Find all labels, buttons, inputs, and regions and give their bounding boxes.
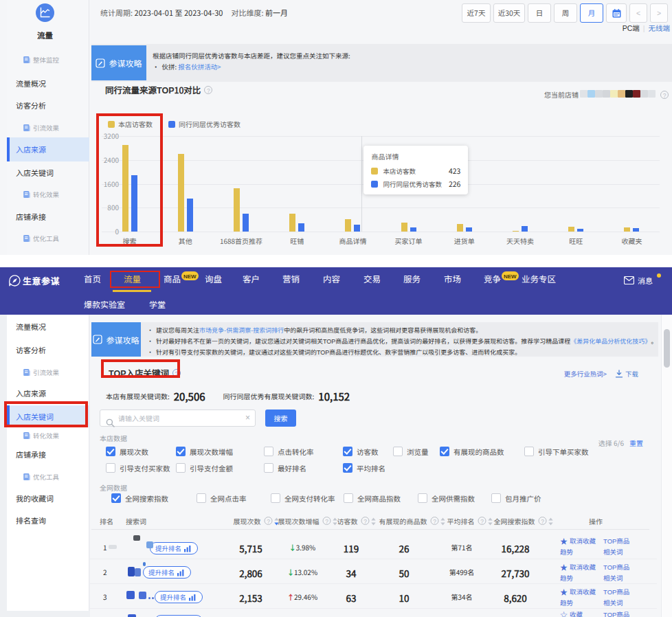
trend-link[interactable]: 趋势	[560, 572, 573, 583]
checkbox-icon[interactable]	[491, 493, 501, 503]
bar-store[interactable]	[178, 154, 184, 232]
sidebar-item[interactable]: 访客分析	[7, 94, 89, 116]
legend-label-peer[interactable]: 同行同层优秀访客数	[179, 119, 240, 129]
sidebar-item[interactable]: 流量概况	[7, 72, 89, 94]
nav-item[interactable]: 流量	[124, 273, 141, 284]
sidebar-item[interactable]: 访客分析	[7, 339, 89, 361]
scrollbar-thumb[interactable]	[664, 329, 670, 368]
scrollbar-track[interactable]	[661, 315, 672, 617]
brand-name[interactable]: 生意参谋	[23, 274, 60, 287]
bar-store[interactable]	[401, 223, 407, 232]
col-products[interactable]: 有展现的商品数?	[379, 516, 446, 526]
tip-inline-link[interactable]: 市场竞争-供需洞察-搜索词排行	[199, 326, 284, 335]
signup-activity-link[interactable]: 报名伙拼活动>	[178, 62, 221, 71]
nav-item[interactable]: 内容	[323, 273, 340, 284]
checkbox-icon[interactable]	[264, 463, 273, 473]
range-button[interactable]: 近7天	[462, 3, 491, 23]
bar-store[interactable]	[345, 219, 351, 232]
nav-item[interactable]: 服务	[403, 273, 421, 284]
related-words-link[interactable]: 相关词	[603, 572, 623, 583]
bar-peer[interactable]	[298, 223, 304, 232]
col-search_index[interactable]: 全网搜索指数?	[494, 516, 554, 526]
range-button[interactable]: 周	[554, 3, 577, 23]
top-products-link[interactable]: TOP商品	[603, 586, 629, 597]
bar-peer[interactable]	[466, 227, 472, 232]
nav-item[interactable]: 客户	[243, 273, 260, 284]
top-products-link[interactable]: TOP商品	[603, 609, 629, 617]
sidebar-item[interactable]: 店铺承接	[7, 443, 89, 465]
bar-store[interactable]	[234, 188, 240, 232]
favorite-link[interactable]: 取消收藏	[570, 561, 596, 572]
filter-checkbox[interactable]: 展现次数增幅	[176, 446, 233, 457]
filter-checkbox[interactable]: 浏览量	[393, 446, 429, 457]
checkbox-icon[interactable]	[197, 493, 206, 503]
calendar-button[interactable]	[606, 3, 627, 23]
boost-rank-pill[interactable]: 提升排名	[143, 566, 191, 579]
star-icon[interactable]: ★	[560, 586, 568, 597]
col-impression_growth[interactable]: 展现次数增幅?	[278, 516, 338, 526]
bar-store[interactable]	[568, 227, 574, 232]
checkbox-icon[interactable]	[176, 447, 186, 456]
checkbox-icon[interactable]	[343, 447, 352, 456]
checkbox-icon[interactable]	[176, 463, 186, 473]
checkbox-icon[interactable]	[271, 493, 280, 503]
filter-checkbox[interactable]: 全网点击率	[197, 493, 247, 504]
bar-peer[interactable]	[577, 229, 583, 232]
trend-link[interactable]: 趋势	[560, 597, 573, 608]
prev-period-button[interactable]: <	[629, 3, 647, 23]
filter-checkbox[interactable]: 全网商品指数	[344, 493, 401, 504]
legend-swatch-peer[interactable]	[168, 121, 175, 128]
star-icon[interactable]: ★	[560, 535, 568, 546]
sort-icon[interactable]	[548, 517, 554, 526]
filter-checkbox[interactable]: 展现次数	[106, 446, 148, 457]
col-impressions[interactable]: 展现次数?	[234, 516, 280, 526]
sycm-logo[interactable]	[9, 273, 21, 285]
checkbox-icon[interactable]	[440, 447, 449, 456]
checkbox-icon[interactable]	[393, 447, 403, 456]
sidebar-item[interactable]: 入店来源	[7, 382, 89, 404]
sort-icon[interactable]	[440, 517, 446, 526]
nav-item[interactable]: 交易	[363, 273, 381, 284]
sidebar-item[interactable]: 优化工具	[7, 466, 89, 488]
bar-store[interactable]	[122, 145, 128, 232]
sidebar-item[interactable]: 入店来源	[7, 137, 89, 161]
favorite-link[interactable]: 取消收藏	[570, 535, 596, 546]
filter-checkbox[interactable]: 包月推广价	[491, 493, 541, 504]
clear-input-icon[interactable]: ×	[245, 413, 250, 423]
boost-rank-pill[interactable]: 提升排名	[155, 591, 203, 603]
filter-checkbox[interactable]: 全网供需指数	[418, 493, 475, 504]
checkbox-icon[interactable]	[418, 493, 427, 503]
bar-store[interactable]	[457, 224, 463, 232]
col-avg_rank[interactable]: 平均排名?	[447, 516, 493, 526]
boost-rank-pill[interactable]: 提升排名	[150, 542, 198, 554]
sidebar-item[interactable]: 引流效果	[7, 361, 89, 383]
checkbox-icon[interactable]	[111, 493, 121, 503]
sidebar-item[interactable]: 整体监控	[7, 49, 89, 71]
nav-item[interactable]: 营销	[282, 273, 300, 284]
messages-entry[interactable]: 消息	[624, 275, 653, 286]
star-icon[interactable]: ☆	[560, 609, 568, 617]
favorite-link[interactable]: 取消收藏	[570, 586, 596, 597]
sidebar-item[interactable]: 转化效果	[7, 183, 89, 205]
search-button[interactable]: 搜索	[265, 410, 296, 427]
checkbox-icon[interactable]	[264, 447, 273, 456]
table-row[interactable]: 1提升排名5,715↓3.98%11926第71名16,228★取消收藏趋势TO…	[90, 529, 657, 559]
bar-peer[interactable]	[633, 228, 639, 232]
checkbox-icon[interactable]	[106, 447, 115, 456]
bar-store[interactable]	[624, 227, 630, 232]
related-words-link[interactable]: 相关词	[603, 546, 623, 557]
top-products-link[interactable]: TOP商品	[603, 535, 629, 546]
subnav-item[interactable]: 学堂	[149, 299, 166, 310]
download-link[interactable]: 下载	[615, 369, 638, 379]
related-words-link[interactable]: 相关词	[603, 597, 623, 608]
sidebar-item[interactable]: 优化工具	[7, 227, 89, 249]
bar-peer[interactable]	[131, 175, 137, 232]
checkbox-icon[interactable]	[343, 463, 352, 473]
filter-checkbox[interactable]: 引导下单买家数	[524, 446, 589, 457]
compare-value[interactable]: 前一月	[265, 7, 288, 18]
sidebar-item[interactable]: 排名查询	[7, 509, 89, 531]
bar-peer[interactable]	[522, 226, 528, 232]
nav-item[interactable]: 业务专区	[522, 273, 556, 284]
sidebar-item[interactable]: 引流效果	[7, 117, 89, 139]
range-button[interactable]: 近30天	[493, 3, 525, 23]
